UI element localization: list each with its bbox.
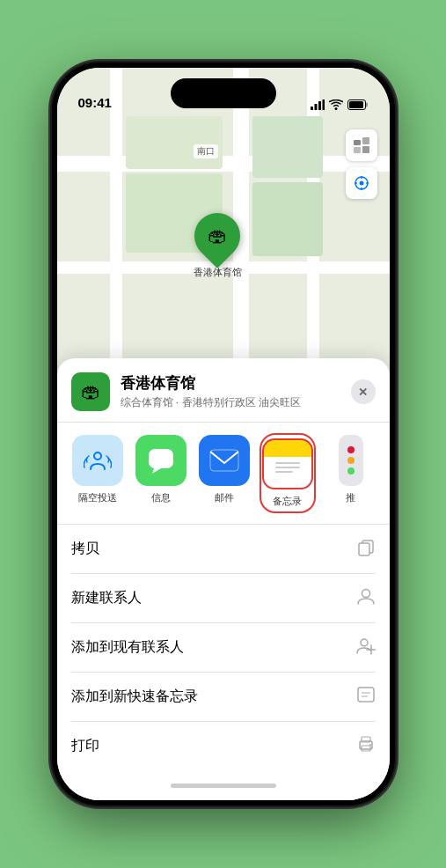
share-row: 隔空投送 信息 <box>57 423 390 525</box>
svg-rect-27 <box>358 688 374 702</box>
close-button[interactable]: ✕ <box>351 379 376 404</box>
venue-header: 🏟 香港体育馆 综合体育馆 · 香港特别行政区 油尖旺区 ✕ <box>57 358 390 423</box>
svg-rect-32 <box>362 746 370 751</box>
svg-rect-7 <box>349 101 363 108</box>
svg-rect-11 <box>362 146 369 153</box>
mail-label: 邮件 <box>215 491 234 504</box>
venue-pin[interactable]: 🏟 香港体育馆 <box>194 213 242 279</box>
notes-line-2 <box>275 467 300 468</box>
share-item-notes[interactable]: 备忘录 <box>261 435 314 511</box>
svg-rect-19 <box>149 449 173 468</box>
svg-rect-2 <box>318 101 321 110</box>
share-item-mail[interactable]: 邮件 <box>198 435 251 511</box>
svg-rect-0 <box>311 107 313 110</box>
action-print[interactable]: 打印 <box>71 722 376 770</box>
add-existing-icon <box>356 636 376 659</box>
action-list: 拷贝 新建联系人 <box>57 525 390 770</box>
location-button[interactable] <box>346 167 377 199</box>
action-quick-note-label: 添加到新快速备忘录 <box>71 688 198 706</box>
map-label-north-entrance: 南口 <box>194 144 218 158</box>
pin-circle: 🏟 <box>185 203 250 268</box>
messages-icon <box>147 447 175 474</box>
action-add-existing-label: 添加到现有联系人 <box>71 638 184 657</box>
svg-rect-22 <box>359 543 369 555</box>
signal-icon <box>311 99 325 110</box>
svg-rect-6 <box>365 103 368 107</box>
print-icon <box>356 734 376 758</box>
map-controls <box>346 129 377 199</box>
home-bar <box>171 783 276 788</box>
action-copy[interactable]: 拷贝 <box>71 525 376 574</box>
more-icon-wrap <box>339 435 363 486</box>
venue-name: 香港体育馆 <box>121 373 351 394</box>
new-contact-icon <box>356 586 376 610</box>
mail-icon <box>209 449 239 472</box>
svg-rect-3 <box>322 99 325 110</box>
quick-note-icon <box>356 685 376 709</box>
pin-icon: 🏟 <box>208 224 227 247</box>
notes-label: 备忘录 <box>273 495 302 508</box>
notes-line-1 <box>275 462 300 464</box>
share-item-more[interactable]: 推 <box>325 435 377 511</box>
svg-point-4 <box>334 107 337 110</box>
svg-point-13 <box>359 181 363 186</box>
phone-frame: 09:41 <box>52 63 395 805</box>
notes-line-3 <box>275 471 293 473</box>
svg-rect-9 <box>362 137 369 144</box>
phone-screen: 09:41 <box>57 68 390 800</box>
status-icons <box>311 99 369 110</box>
notes-icon-wrap <box>262 438 313 489</box>
svg-point-24 <box>361 639 368 646</box>
bottom-sheet: 🏟 香港体育馆 综合体育馆 · 香港特别行政区 油尖旺区 ✕ <box>57 358 390 800</box>
action-quick-note[interactable]: 添加到新快速备忘录 <box>71 673 376 722</box>
dynamic-island <box>171 78 276 108</box>
messages-icon-wrap <box>135 435 186 486</box>
more-label: 推 <box>346 491 355 504</box>
venue-icon: 🏟 <box>71 372 110 411</box>
wifi-icon <box>329 99 343 110</box>
share-item-airdrop[interactable]: 隔空投送 <box>71 435 124 511</box>
svg-rect-8 <box>354 140 361 145</box>
notes-lines <box>275 462 300 473</box>
action-new-contact[interactable]: 新建联系人 <box>71 574 376 623</box>
mail-icon-wrap <box>199 435 250 486</box>
venue-subtitle: 综合体育馆 · 香港特别行政区 油尖旺区 <box>121 395 351 410</box>
battery-icon <box>347 99 369 110</box>
copy-icon <box>356 537 376 561</box>
airdrop-icon <box>84 446 112 474</box>
status-time: 09:41 <box>78 95 112 110</box>
venue-info: 香港体育馆 综合体育馆 · 香港特别行政区 油尖旺区 <box>121 373 351 410</box>
svg-point-18 <box>94 452 101 460</box>
action-copy-label: 拷贝 <box>71 540 99 558</box>
map-type-button[interactable] <box>346 129 377 161</box>
airdrop-icon-wrap <box>72 435 123 486</box>
action-new-contact-label: 新建联系人 <box>71 589 142 607</box>
home-indicator <box>57 770 390 800</box>
svg-rect-1 <box>314 104 317 110</box>
svg-point-23 <box>362 590 369 598</box>
svg-point-33 <box>369 744 371 746</box>
share-item-messages[interactable]: 信息 <box>135 435 187 511</box>
messages-label: 信息 <box>151 491 171 504</box>
svg-rect-20 <box>210 450 238 471</box>
svg-rect-10 <box>354 147 361 153</box>
action-add-existing[interactable]: 添加到现有联系人 <box>71 623 376 673</box>
action-print-label: 打印 <box>71 737 99 755</box>
airdrop-label: 隔空投送 <box>78 491 117 504</box>
